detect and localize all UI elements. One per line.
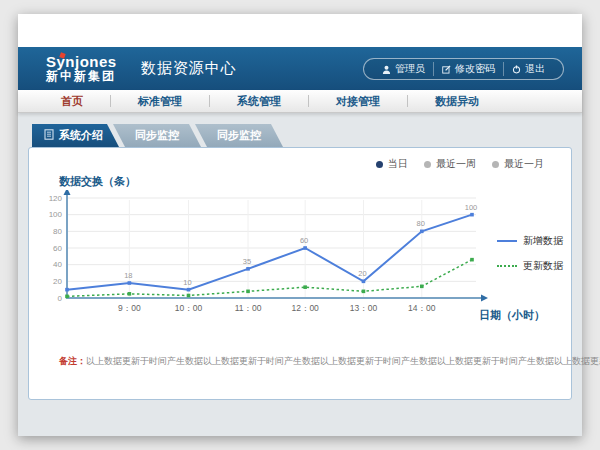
user-menu-admin[interactable]: 管理员 [374, 62, 433, 76]
user-menu-logout-label: 退出 [525, 62, 545, 76]
legend-line-dotted [497, 265, 517, 267]
legend-line-solid [497, 240, 517, 242]
svg-text:20: 20 [53, 277, 62, 286]
filter-today[interactable]: 当日 [376, 157, 408, 171]
legend-updated-data[interactable]: 更新数据 [497, 259, 563, 273]
logo-text-en: Synjones [46, 54, 117, 70]
legend-new-data[interactable]: 新增数据 [497, 234, 563, 248]
svg-text:60: 60 [300, 236, 308, 245]
app-window: Synjones 新中新集团 数据资源中心 管理员 修改密码 退出 [18, 14, 582, 436]
filter-last-week[interactable]: 最近一周 [424, 157, 476, 171]
tab-sync-monitor-2-label: 同步监控 [217, 128, 261, 143]
user-menu: 管理员 修改密码 退出 [363, 58, 564, 80]
y-axis-title: 数据交换（条） [59, 174, 136, 189]
chart-legend: 新增数据 更新数据 [497, 234, 563, 273]
tab-sync-monitor-1-label: 同步监控 [135, 128, 179, 143]
main-nav: 首页 标准管理 系统管理 对接管理 数据异动 [18, 90, 582, 113]
edit-icon [442, 65, 451, 74]
top-header: Synjones 新中新集团 数据资源中心 管理员 修改密码 退出 [18, 47, 582, 90]
time-range-filters: 当日 最近一周 最近一月 [376, 157, 544, 171]
tab-system-intro-label: 系统介绍 [59, 128, 103, 143]
radio-icon [492, 161, 499, 168]
filter-last-month[interactable]: 最近一月 [492, 157, 544, 171]
tab-bar: 系统介绍 同步监控 同步监控 [32, 124, 572, 147]
tab-sync-monitor-1[interactable]: 同步监控 [113, 124, 201, 147]
legend-new-data-label: 新增数据 [523, 234, 563, 248]
logo-text-cn: 新中新集团 [46, 70, 117, 83]
nav-item-data-change[interactable]: 数据异动 [408, 94, 506, 109]
user-menu-logout[interactable]: 退出 [503, 62, 553, 76]
tab-sync-monitor-2[interactable]: 同步监控 [195, 124, 283, 147]
svg-text:9：00: 9：00 [118, 303, 141, 313]
user-menu-admin-label: 管理员 [395, 62, 425, 76]
svg-text:80: 80 [417, 219, 425, 228]
svg-text:10: 10 [183, 278, 191, 287]
legend-updated-data-label: 更新数据 [523, 259, 563, 273]
svg-text:40: 40 [53, 260, 62, 269]
nav-item-home[interactable]: 首页 [34, 94, 110, 109]
svg-text:60: 60 [53, 244, 62, 253]
svg-text:14：00: 14：00 [408, 303, 436, 313]
footer-note: 备注：以上数据更新于时间产生数据以上数据更新于时间产生数据以上数据更新于时间产生… [59, 355, 559, 368]
svg-text:100: 100 [49, 210, 63, 219]
svg-text:18: 18 [124, 271, 132, 280]
svg-text:13：00: 13：00 [350, 303, 378, 313]
company-logo: Synjones 新中新集团 [46, 54, 117, 82]
svg-text:120: 120 [49, 194, 63, 203]
svg-text:80: 80 [53, 227, 62, 236]
content-area: 系统介绍 同步监控 同步监控 当日 最近一周 [18, 113, 582, 436]
nav-item-system-mgmt[interactable]: 系统管理 [210, 94, 308, 109]
svg-text:35: 35 [243, 257, 251, 266]
filter-today-label: 当日 [388, 157, 408, 171]
nav-item-interface-mgmt[interactable]: 对接管理 [309, 94, 407, 109]
radio-icon [424, 161, 431, 168]
user-menu-change-password-label: 修改密码 [455, 62, 495, 76]
svg-text:20: 20 [358, 269, 366, 278]
svg-text:0: 0 [58, 294, 63, 303]
filter-last-week-label: 最近一周 [436, 157, 476, 171]
svg-text:100: 100 [465, 203, 478, 212]
footer-note-prefix: 备注： [59, 356, 86, 366]
filter-last-month-label: 最近一月 [504, 157, 544, 171]
user-menu-change-password[interactable]: 修改密码 [433, 62, 503, 76]
tab-system-intro[interactable]: 系统介绍 [32, 124, 119, 147]
svg-text:11：00: 11：00 [235, 303, 262, 313]
page-title: 数据资源中心 [141, 59, 237, 78]
radio-icon [376, 161, 383, 168]
footer-note-text: 以上数据更新于时间产生数据以上数据更新于时间产生数据以上数据更新于时间产生数据以… [86, 356, 600, 366]
svg-text:12：00: 12：00 [291, 303, 319, 313]
chart-panel: 当日 最近一周 最近一月 数据交换（条） 0204060801001209：00… [28, 147, 572, 400]
nav-item-standard-mgmt[interactable]: 标准管理 [111, 94, 209, 109]
svg-text:10：00: 10：00 [175, 303, 203, 313]
line-chart: 0204060801001209：0010：0011：0012：0013：001… [37, 190, 497, 326]
power-icon [512, 65, 521, 74]
user-icon [382, 65, 391, 74]
x-axis-title: 日期（小时） [479, 308, 545, 323]
document-icon [44, 129, 54, 142]
